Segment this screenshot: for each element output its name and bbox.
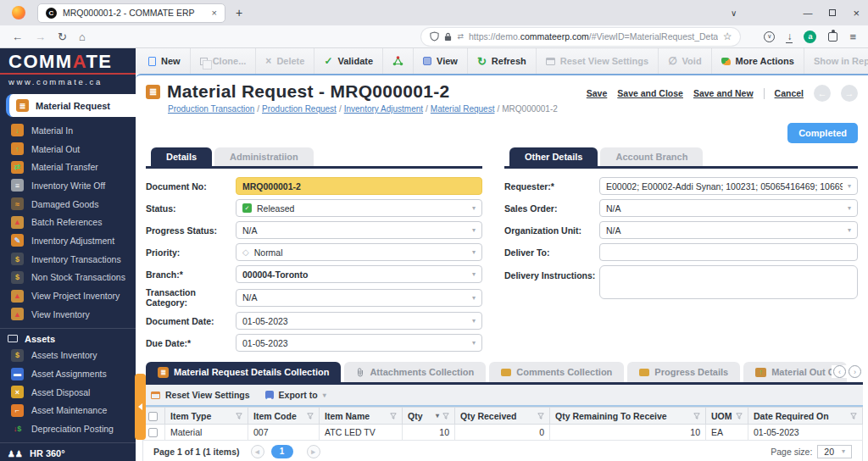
page-size-select[interactable]: 20▾ [817,445,852,458]
save-and-close-button[interactable]: Save and Close [617,88,683,98]
column-header-qty[interactable]: Qty▾ [403,408,455,425]
permissions-icon[interactable]: ⇄ [457,32,464,41]
lock-icon[interactable] [444,32,452,42]
tab-close-icon[interactable]: × [212,8,217,18]
filter-icon[interactable] [442,413,449,419]
filter-icon[interactable] [236,413,242,419]
filter-icon[interactable] [693,413,700,419]
checkbox[interactable] [148,412,158,421]
sidebar-item-view-inventory[interactable]: ▲View Inventory [0,305,136,324]
sidebar-item-asset-maintenance[interactable]: ⌐Asset Maintenance [0,402,136,420]
window-minimize-icon[interactable]: — [803,8,812,18]
sales-order-select[interactable]: N/A▾ [599,199,858,217]
filter-icon[interactable] [850,413,857,419]
breadcrumb-link[interactable]: Production Transaction [168,104,254,114]
void-button[interactable]: ∅Void [659,48,711,74]
sidebar-item-view-project-inventory[interactable]: ▲View Project Inventory [0,286,136,305]
back-icon[interactable]: ← [12,31,23,43]
window-close-icon[interactable]: × [853,7,860,19]
next-record-button[interactable]: → [841,85,858,102]
column-header-qty-remaining[interactable]: Qty Remaining To Receive [550,408,706,425]
home-icon[interactable]: ⌂ [79,31,86,43]
sidebar-item-material-transfer[interactable]: ⇄Material Transfer [0,158,136,176]
tab-attachments-collection[interactable]: Attachments Collection [344,362,486,382]
requester-select[interactable]: E00002; E00002-Addi Synan; 100231; 05065… [599,177,858,195]
pocket-icon[interactable]: ∨ [764,31,775,42]
shield-icon[interactable] [430,31,439,42]
sidebar-item-batch-references[interactable]: ▲Batch References [0,213,136,231]
previous-page-icon[interactable]: ◂ [251,445,264,458]
sidebar-item-non-stock-transactions[interactable]: $Non Stock Transactions [0,269,136,287]
forward-icon[interactable]: → [35,31,46,43]
row-select-cell[interactable] [143,425,165,441]
sidebar-item-damaged-goods[interactable]: ≈Damaged Goods [0,195,136,214]
organization-unit-select[interactable]: N/A▾ [599,221,858,239]
filter-icon[interactable] [736,413,743,419]
breadcrumb-link[interactable]: Inventory Adjustment [344,104,423,114]
tab-progress-details[interactable]: Progress Details [627,362,740,382]
sidebar-section-assets[interactable]: Assets [0,328,136,347]
due-date-picker[interactable]: 01-05-2023▾ [236,334,482,352]
sidebar-item-asset-disposal[interactable]: ×Asset Disposal [0,383,136,402]
column-header-item-code[interactable]: Item Code [248,408,320,425]
breadcrumb-link[interactable]: Production Request [262,104,337,114]
delivery-instructions-textarea[interactable] [599,265,858,299]
tab-scroll-left-icon[interactable]: ‹ [833,365,846,378]
url-field[interactable]: ⇄ https://demo.commateerp.com/#ViewID=Ma… [421,28,740,46]
bookmark-star-icon[interactable]: ☆ [723,31,732,42]
delete-button[interactable]: ×Delete [256,48,314,74]
table-row[interactable]: Material 007 ATC LED TV 10 0 10 EA 01-05… [143,425,863,441]
status-select[interactable]: ✓Released▾ [236,199,482,217]
grid-reset-view-settings-button[interactable]: Reset View Settings [151,390,250,400]
more-actions-button[interactable]: More Actions [712,48,804,74]
transaction-category-select[interactable]: N/A▾ [236,289,482,307]
priority-select[interactable]: ◇Normal▾ [236,243,482,261]
current-page-button[interactable]: 1 [271,445,293,458]
sidebar-item-depreciation-posting[interactable]: ↓$Depreciation Posting [0,419,136,438]
sort-icon[interactable]: ▾ [436,412,439,419]
reload-icon[interactable]: ↻ [58,31,67,43]
tab-list-chevron-icon[interactable]: ∨ [731,8,737,18]
sidebar-item-inventory-adjustment[interactable]: ✎Inventory Adjustment [0,231,136,250]
tab-other-details[interactable]: Other Details [509,147,598,166]
show-in-report-button[interactable]: Show in Report [804,48,868,74]
cancel-button[interactable]: Cancel [775,88,804,98]
breadcrumb-link[interactable]: Material Request [431,104,495,114]
column-header-item-name[interactable]: Item Name [320,408,403,425]
filter-icon[interactable] [390,413,397,419]
sidebar-item-inventory-write-off[interactable]: ≡Inventory Write Off [0,176,136,195]
document-date-picker[interactable]: 01-05-2023▾ [236,312,482,330]
menu-hamburger-icon[interactable]: ≡ [849,31,856,43]
save-and-new-button[interactable]: Save and New [693,88,754,98]
column-header-uom[interactable]: UOM [706,408,748,425]
extensions-icon[interactable] [828,32,837,42]
progress-status-select[interactable]: N/A▾ [236,221,482,239]
previous-record-button[interactable]: ← [814,85,831,102]
browser-tab[interactable]: C MRQ000001-2 - COMMATE ERP × [37,3,225,23]
column-header-date-required-on[interactable]: Date Required On [748,408,863,425]
column-header-item-type[interactable]: Item Type [165,408,248,425]
export-to-button[interactable]: ▂Export to▾ [265,390,326,400]
clone-button[interactable]: Clone... [191,48,257,74]
view-button[interactable]: View [414,48,468,74]
select-all-header[interactable] [143,408,165,425]
validate-button[interactable]: ✓Validate [314,48,383,74]
tab-scroll-right-icon[interactable]: › [849,365,861,378]
workflow-button[interactable] [383,48,414,74]
tab-account-branch[interactable]: Account Branch [600,147,703,166]
account-avatar[interactable]: a [804,31,816,43]
sidebar-item-material-request[interactable]: ≣ Material Request [6,94,136,117]
checkbox[interactable] [148,428,158,437]
sidebar-item-material-in[interactable]: ↓Material In [0,121,136,140]
reset-view-settings-button[interactable]: Reset View Settings [537,48,659,74]
filter-icon[interactable] [537,413,544,419]
sidebar-item-asset-assignments[interactable]: ▬Asset Assignments [0,364,136,383]
sidebar-item-assets-inventory[interactable]: $Assets Inventory [0,347,136,365]
tab-administration[interactable]: Administratiion [214,147,314,166]
sidebar-section-hr360[interactable]: ♟♟ HR 360° [0,442,136,461]
sidebar-item-material-out[interactable]: ↑Material Out [0,140,136,158]
refresh-button[interactable]: ↻Refresh [468,48,537,74]
filter-icon[interactable] [307,413,314,419]
document-no-input[interactable] [236,177,482,195]
tab-comments-collection[interactable]: Comments Collection [489,362,624,382]
